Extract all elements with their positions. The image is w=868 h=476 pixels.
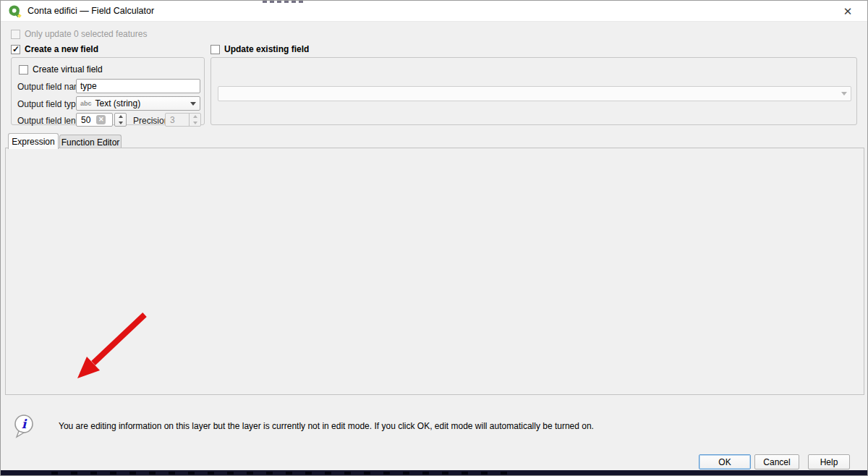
precision-label: Precision xyxy=(133,116,169,126)
qgis-logo-icon xyxy=(8,4,22,18)
taskbar-edge xyxy=(1,470,867,475)
update-existing-field-checkbox[interactable]: Update existing field xyxy=(210,44,309,54)
create-new-field-label: Create a new field xyxy=(25,44,98,54)
chevron-down-icon xyxy=(841,92,847,95)
update-existing-field-label: Update existing field xyxy=(224,44,309,54)
ok-button[interactable]: OK xyxy=(699,454,751,469)
title-bar: Conta edifici — Field Calculator ✕ xyxy=(1,1,867,22)
create-virtual-field-label: Create virtual field xyxy=(33,64,103,75)
output-field-name-value: type xyxy=(80,81,97,91)
chevron-down-icon xyxy=(190,102,196,106)
screen-artifact xyxy=(263,1,305,3)
tab-expression-label: Expression xyxy=(12,137,54,147)
create-virtual-field-checkbox-box[interactable] xyxy=(19,65,28,75)
field-calculator-dialog: Conta edifici — Field Calculator ✕ Only … xyxy=(0,0,868,476)
help-button[interactable]: Help xyxy=(808,454,850,469)
create-virtual-field-checkbox[interactable]: Create virtual field xyxy=(19,64,103,75)
existing-field-combobox xyxy=(218,86,851,101)
new-field-groupbox: Create virtual field Output field name t… xyxy=(11,57,205,125)
output-field-length-value: 50 xyxy=(77,115,90,125)
close-icon[interactable]: ✕ xyxy=(838,3,857,20)
only-update-checkbox: Only update 0 selected features xyxy=(11,29,147,39)
length-spin-buttons[interactable] xyxy=(114,113,127,127)
field-type-abc-icon: abc xyxy=(80,100,92,107)
precision-spinbox: 3 xyxy=(165,113,201,127)
output-field-type-combobox[interactable]: abc Text (string) xyxy=(76,96,200,111)
output-field-name-input[interactable]: type xyxy=(76,79,200,93)
update-existing-groupbox xyxy=(210,57,857,125)
edit-mode-message: You are editing information on this laye… xyxy=(59,421,594,431)
precision-value: 3 xyxy=(166,115,175,125)
tab-expression[interactable]: Expression xyxy=(8,133,59,149)
cancel-button[interactable]: Cancel xyxy=(754,454,799,469)
output-field-length-spinbox[interactable]: 50 ✕ xyxy=(76,113,113,127)
output-field-type-value: Text (string) xyxy=(95,98,141,109)
create-new-field-checkbox-box[interactable] xyxy=(11,45,20,54)
output-field-type-label: Output field type xyxy=(17,99,80,109)
only-update-checkbox-box xyxy=(11,30,20,39)
update-existing-field-checkbox-box[interactable] xyxy=(210,45,220,54)
create-new-field-checkbox[interactable]: Create a new field xyxy=(11,44,98,54)
window-title: Conta edifici — Field Calculator xyxy=(27,6,154,16)
expression-tab-pane xyxy=(5,148,864,395)
tab-function-editor[interactable]: Function Editor xyxy=(59,135,122,149)
clear-value-icon[interactable]: ✕ xyxy=(96,115,106,124)
tab-function-editor-label: Function Editor xyxy=(61,137,120,148)
only-update-label: Only update 0 selected features xyxy=(25,29,147,39)
info-icon: i xyxy=(12,413,37,439)
